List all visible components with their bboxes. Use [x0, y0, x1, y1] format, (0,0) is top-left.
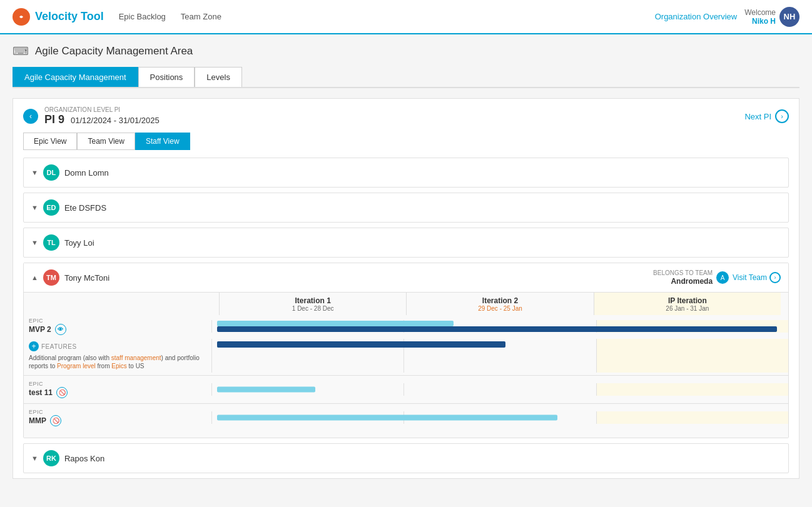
chevron-icon: ▼ [31, 204, 38, 211]
iteration-col-ip: IP Iteration 26 Jan - 31 Jan [594, 293, 781, 315]
page-title-row: ⌨ Agile Capacity Management Area [13, 44, 799, 58]
section-sep-2 [24, 403, 788, 404]
logo-icon [13, 8, 30, 26]
member-row-domn-lomn: ▼ DL Domn Lomn [23, 158, 789, 188]
app-title: Velocity Tool [35, 10, 104, 23]
epic-left-mmp: EPIC MMP 🚫 [24, 406, 211, 429]
member-name-toyy-loi: Toyy Loi [64, 238, 94, 248]
pi-dates: 01/12/2024 - 31/01/2025 [71, 116, 160, 125]
tab-positions[interactable]: Positions [138, 67, 195, 87]
features-add-btn[interactable]: + [29, 341, 39, 351]
visit-team-btn[interactable]: Visit Team › [733, 272, 781, 283]
feature-bar-row-1 [211, 341, 788, 348]
epic-row-mmp: EPIC MMP 🚫 [24, 406, 788, 429]
pi-org-label: Organization Level PI [44, 106, 160, 113]
epic-bar-test11 [211, 383, 788, 396]
pi-section: ‹ Organization Level PI PI 9 01/12/2024 … [13, 98, 799, 479]
section-sep-1 [24, 375, 788, 376]
welcome-label: Welcome [744, 8, 776, 17]
bar-light-test11 [217, 387, 315, 393]
chevron-icon: ▼ [31, 454, 38, 462]
next-pi-btn[interactable]: Next PI › [744, 109, 789, 123]
epic-bar-mmp [211, 411, 788, 424]
epic-name-mvp2: MVP 2 👁 [29, 324, 206, 335]
page-title-icon: ⌨ [13, 44, 29, 58]
member-header-domn-lomn[interactable]: ▼ DL Domn Lomn [24, 158, 788, 187]
member-name-rapos-kon: Rapos Kon [64, 454, 104, 463]
next-pi-arrow: › [775, 109, 789, 123]
member-row-tony-mctoni: ▲ TM Tony McToni BELONGS TO TEAM Androme… [23, 263, 789, 438]
avatar-toyy-loi: TL [43, 234, 59, 251]
features-left: + FEATURES Additional program (also with… [24, 339, 211, 373]
view-btn-staff[interactable]: Staff View [135, 133, 190, 150]
member-header-rapos-kon[interactable]: ▼ RK Rapos Kon [24, 444, 788, 473]
avatar-tony-mctoni: TM [43, 269, 59, 286]
member-header-ete-dsfds[interactable]: ▼ ED Ete DSFDS [24, 193, 788, 222]
epic-left-mvp2: EPIC MVP 2 👁 [24, 315, 211, 338]
iter2-dates: 29 Dec - 25 Jan [478, 305, 522, 312]
member-name-tony-mctoni: Tony McToni [64, 273, 109, 283]
member-header-toyy-loi[interactable]: ▼ TL Toyy Loi [24, 228, 788, 257]
ip-name: IP Iteration [668, 296, 707, 305]
eye-slash-icon: 🚫 [59, 389, 66, 396]
avatar-rapos-kon: RK [43, 450, 59, 466]
page-content: ⌨ Agile Capacity Management Area Agile C… [0, 34, 812, 489]
bar-light-mvp2 [217, 321, 454, 326]
view-btn-team[interactable]: Team View [77, 133, 134, 150]
features-label-row: + FEATURES [29, 341, 206, 351]
epic-row-test11: EPIC test 11 🚫 [24, 378, 788, 401]
org-overview-link[interactable]: Organization Overview [655, 12, 738, 21]
iter-bg-t11-ip [596, 383, 788, 396]
gantt-right: Iteration 1 1 Dec - 28 Dec Iteration 2 2… [219, 293, 781, 315]
pi-header: ‹ Organization Level PI PI 9 01/12/2024 … [23, 106, 789, 126]
epic-bar-mvp2 [211, 320, 788, 333]
member-row-ete-dsfds: ▼ ED Ete DSFDS [23, 193, 789, 223]
team-dot: A [716, 271, 729, 284]
user-name: Niko H [744, 17, 776, 26]
iter-bg-mmp-ip [596, 411, 788, 424]
visit-team-arrow: › [769, 272, 781, 283]
epic-eye-btn-test11[interactable]: 🚫 [56, 387, 68, 398]
gantt-left [31, 293, 219, 315]
epic-eye-btn-mmp[interactable]: 🚫 [50, 415, 61, 426]
iter1-name: Iteration 1 [295, 296, 330, 305]
pi-prev-btn[interactable]: ‹ [23, 109, 38, 124]
page-title: Agile Capacity Management Area [35, 45, 193, 58]
view-btn-epic[interactable]: Epic View [23, 133, 77, 150]
epic-label: EPIC [29, 318, 206, 324]
members-list: ▼ DL Domn Lomn ▼ ED Ete DSFDS ▼ TL Toyy [23, 158, 789, 473]
nav-epic-backlog[interactable]: Epic Backlog [119, 12, 166, 21]
epic-name-text-mmp: MMP [29, 416, 46, 425]
epic-label-mmp: EPIC [29, 409, 206, 415]
eye-slash-icon-mmp: 🚫 [53, 418, 59, 424]
avatar[interactable]: NH [779, 7, 799, 27]
belongs-label: BELONGS TO TEAM [653, 269, 713, 277]
navbar: Velocity Tool Epic Backlog Team Zone Org… [0, 0, 812, 34]
eye-open-icon: 👁 [58, 326, 63, 333]
visit-team-label: Visit Team [733, 273, 767, 282]
features-right [211, 339, 788, 373]
app-logo[interactable]: Velocity Tool [13, 8, 104, 26]
highlight-epics: Epics [111, 363, 126, 369]
chevron-icon: ▼ [31, 169, 38, 176]
welcome-block: Welcome Niko H NH [744, 7, 799, 27]
nav-team-zone[interactable]: Team Zone [181, 12, 221, 21]
epic-name-mmp: MMP 🚫 [29, 415, 206, 426]
member-row-toyy-loi: ▼ TL Toyy Loi [23, 228, 789, 258]
epic-eye-btn-mvp2[interactable]: 👁 [55, 324, 66, 335]
chevron-up-icon: ▲ [31, 274, 38, 281]
bar-dark-mvp2 [217, 326, 776, 332]
avatar-domn-lomn: DL [43, 164, 59, 181]
iteration-col-1: Iteration 1 1 Dec - 28 Dec [219, 293, 406, 315]
iteration-header-row: Iteration 1 1 Dec - 28 Dec Iteration 2 2… [219, 293, 781, 315]
tab-levels[interactable]: Levels [195, 67, 242, 87]
member-header-tony-mctoni[interactable]: ▲ TM Tony McToni BELONGS TO TEAM Androme… [24, 263, 788, 293]
iter1-dates: 1 Dec - 28 Dec [292, 305, 334, 312]
tab-agile-capacity[interactable]: Agile Capacity Management [13, 67, 138, 87]
bar-light-mmp [217, 415, 557, 421]
view-buttons: Epic View Team View Staff View [23, 133, 789, 150]
member-name-domn-lomn: Domn Lomn [64, 168, 109, 178]
highlight-program: Program level [57, 363, 96, 369]
epic-name-test11: test 11 🚫 [29, 387, 206, 398]
member-gantt-tony: Iteration 1 1 Dec - 28 Dec Iteration 2 2… [24, 293, 788, 438]
